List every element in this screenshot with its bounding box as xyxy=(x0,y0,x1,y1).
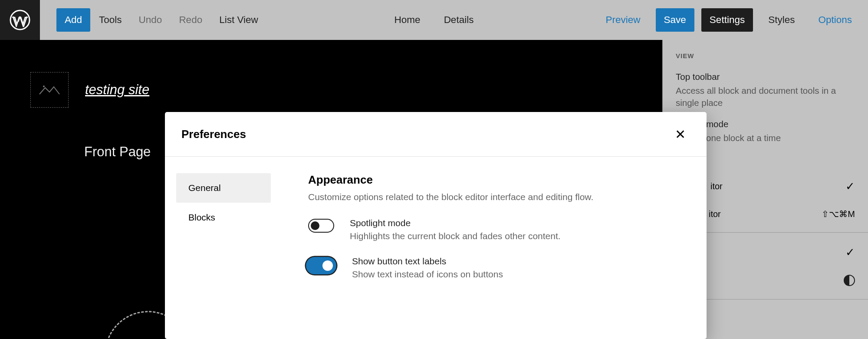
modal-tabs: General Blocks xyxy=(165,157,282,339)
home-button[interactable]: Home xyxy=(386,8,429,32)
wordpress-icon xyxy=(10,10,30,30)
pref-show-button-labels: Show button text labels Show text instea… xyxy=(306,256,681,280)
sidebar-item-top-toolbar[interactable]: Top toolbar Access all block and documen… xyxy=(676,72,855,109)
toolbar-left: Add Tools Undo Redo List View xyxy=(56,8,266,32)
pref-label: Show button text labels xyxy=(352,256,503,267)
image-placeholder-icon xyxy=(39,83,60,96)
sidebar-item-title: mode xyxy=(706,119,855,129)
check-icon: ✓ xyxy=(845,246,855,259)
wordpress-logo[interactable] xyxy=(0,0,40,40)
options-button[interactable]: Options xyxy=(810,8,860,32)
site-title[interactable]: testing site xyxy=(85,82,149,98)
close-icon: ✕ xyxy=(675,127,686,142)
menu-label: itor xyxy=(709,209,721,219)
close-button[interactable]: ✕ xyxy=(670,124,690,144)
modal-header: Preferences ✕ xyxy=(165,112,707,157)
undo-button[interactable]: Undo xyxy=(131,8,171,32)
styles-button[interactable]: Styles xyxy=(760,8,803,32)
modal-body: General Blocks Appearance Customize opti… xyxy=(165,157,707,339)
pref-desc: Highlights the current block and fades o… xyxy=(350,231,561,241)
check-icon: ✓ xyxy=(845,180,855,193)
save-button[interactable]: Save xyxy=(656,8,694,32)
sidebar-item-title: Top toolbar xyxy=(676,72,855,82)
spotlight-toggle[interactable] xyxy=(308,219,334,233)
section-title: Appearance xyxy=(308,173,681,187)
svg-point-1 xyxy=(43,86,45,87)
svg-point-0 xyxy=(10,10,30,30)
preferences-modal: Preferences ✕ General Blocks Appearance … xyxy=(165,112,707,339)
site-logo-placeholder[interactable] xyxy=(30,72,69,108)
keyboard-shortcut: ⇧⌥⌘M xyxy=(822,209,855,219)
list-view-button[interactable]: List View xyxy=(211,8,266,32)
sidebar-item-desc: Access all block and document tools in a… xyxy=(676,85,855,109)
section-desc: Customize options related to the block e… xyxy=(308,192,681,202)
sidebar-item-desc: one block at a time xyxy=(706,132,855,144)
modal-title: Preferences xyxy=(181,128,246,141)
tab-general[interactable]: General xyxy=(176,173,271,203)
toolbar-center: Home Details xyxy=(386,8,482,32)
add-button[interactable]: Add xyxy=(56,8,90,32)
view-section-label: VIEW xyxy=(676,52,855,59)
button-labels-toggle[interactable] xyxy=(306,257,336,274)
settings-button[interactable]: Settings xyxy=(701,8,753,32)
contrast-icon xyxy=(844,275,855,286)
sidebar-item-mode[interactable]: mode one block at a time xyxy=(706,119,855,144)
pref-desc: Show text instead of icons on buttons xyxy=(352,269,503,280)
menu-label: itor xyxy=(710,181,723,191)
tools-button[interactable]: Tools xyxy=(91,8,130,32)
redo-button[interactable]: Redo xyxy=(171,8,210,32)
preview-button[interactable]: Preview xyxy=(598,8,649,32)
pref-spotlight-mode: Spotlight mode Highlights the current bl… xyxy=(308,218,681,241)
toolbar-right: Preview Save Settings Styles Options xyxy=(598,8,860,32)
details-button[interactable]: Details xyxy=(436,8,482,32)
pref-label: Spotlight mode xyxy=(350,218,561,228)
modal-content: Appearance Customize options related to … xyxy=(282,157,707,339)
top-toolbar: Add Tools Undo Redo List View Home Detai… xyxy=(0,0,868,40)
tab-blocks[interactable]: Blocks xyxy=(176,203,271,232)
